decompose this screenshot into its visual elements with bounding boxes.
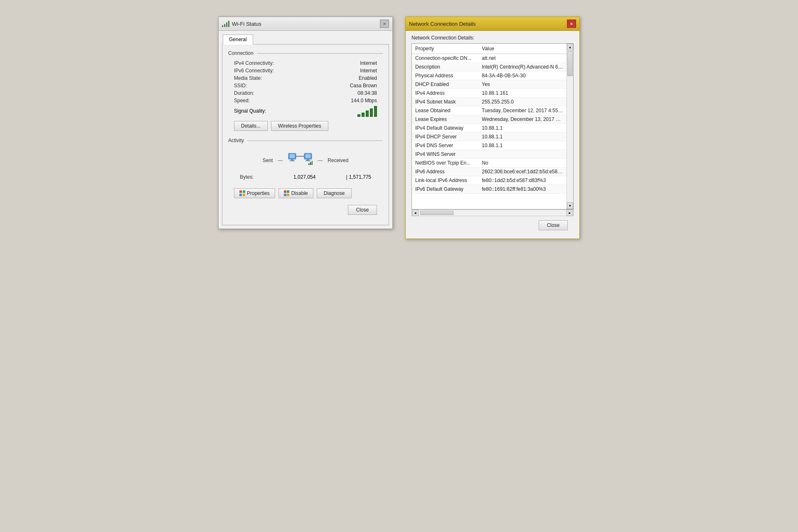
table-cell-property: Link-local IPv6 Address — [412, 176, 478, 185]
wifi-status-window: Wi-Fi Status × General Connection IPv4 C… — [218, 17, 393, 229]
ipv4-connectivity-row: IPv4 Connectivity: Internet — [228, 59, 383, 67]
wifi-close-bottom-button[interactable]: Close — [348, 205, 377, 215]
duration-label: Duration: — [234, 90, 254, 96]
connection-buttons-row: Details... Wireless Properties — [228, 118, 383, 134]
table-cell-value: Wednesday, December 13, 2017 4:55 — [478, 115, 566, 124]
details-table-wrapper: Property Value Connection-specific DN...… — [411, 43, 574, 209]
table-cell-value: Yes — [478, 80, 566, 89]
network-computers-icon — [288, 150, 313, 171]
details-titlebar: Network Connection Details × — [406, 17, 579, 31]
diagnose-button[interactable]: Diagnose — [317, 188, 352, 198]
svg-rect-9 — [308, 163, 310, 165]
svg-rect-10 — [310, 162, 311, 165]
wifi-titlebar: Wi-Fi Status × — [219, 17, 392, 31]
wireless-properties-button[interactable]: Wireless Properties — [271, 121, 328, 131]
scroll-thumb[interactable] — [567, 51, 573, 76]
svg-rect-6 — [307, 159, 309, 160]
table-cell-property: Lease Expires — [412, 115, 478, 124]
horiz-scroll-thumb[interactable] — [420, 211, 453, 215]
table-cell-value: 10.88.1.1 — [478, 133, 566, 141]
horiz-scroll-right-button[interactable]: ► — [566, 209, 573, 216]
table-cell-property: IPv6 Default Gateway — [412, 185, 478, 194]
svg-rect-5 — [305, 154, 310, 158]
ssid-row: SSID: Casa Brown — [228, 82, 383, 89]
bytes-label: Bytes: — [240, 174, 265, 180]
table-row: NetBIOS over Tcpip En...No — [412, 159, 566, 167]
vertical-scrollbar[interactable]: ▲ ▼ — [566, 44, 573, 209]
table-row: IPv4 DHCP Server10.88.1.1 — [412, 133, 566, 141]
table-cell-value: 255.255.255.0 — [478, 98, 566, 106]
table-cell-property: NetBIOS over Tcpip En... — [412, 159, 478, 167]
media-state-value: Enabled — [359, 75, 377, 81]
signal-quality-bars — [357, 105, 377, 117]
bytes-received-value: 1,571,775 — [349, 174, 371, 180]
bytes-row: Bytes: 1,027,054 | 1,571,775 — [234, 173, 377, 181]
ipv4-connectivity-value: Internet — [360, 60, 377, 66]
speed-value: 144.0 Mbps — [351, 98, 377, 103]
table-header-row: Property Value — [412, 44, 566, 54]
table-cell-property: IPv4 Default Gateway — [412, 124, 478, 133]
activity-section-line — [247, 140, 383, 141]
details-window-title: Network Connection Details — [409, 21, 475, 27]
properties-btn-label: Properties — [247, 190, 270, 196]
tab-general[interactable]: General — [223, 34, 253, 44]
table-row: IPv4 Default Gateway10.88.1.1 — [412, 124, 566, 133]
table-row: Physical Address84-3A-4B-0B-5A-30 — [412, 71, 566, 80]
table-cell-value: 10.88.1.1 — [478, 124, 566, 133]
wifi-content-area: Connection IPv4 Connectivity: Internet I… — [222, 44, 389, 225]
ipv6-connectivity-value: Internet — [360, 68, 377, 74]
properties-button[interactable]: Properties — [234, 188, 275, 198]
scroll-up-button[interactable]: ▲ — [567, 44, 573, 50]
table-cell-property: IPv4 Subnet Mask — [412, 98, 478, 106]
wifi-close-button[interactable]: × — [380, 20, 389, 28]
signal-quality-row: Signal Quality: — [228, 104, 383, 118]
table-cell-value: 10.88.1.161 — [478, 89, 566, 98]
received-dash: — — [318, 158, 323, 163]
table-row: IPv4 Subnet Mask255.255.255.0 — [412, 98, 566, 106]
scroll-down-button[interactable]: ▼ — [567, 202, 573, 209]
horizontal-scrollbar[interactable]: ◄ ► — [411, 209, 574, 216]
horiz-scroll-left-button[interactable]: ◄ — [412, 209, 419, 216]
table-cell-property: IPv4 WINS Server — [412, 150, 478, 159]
table-cell-value: Tuesday, December 12, 2017 4:55:25 — [478, 106, 566, 115]
media-state-label: Media State: — [234, 75, 262, 81]
svg-rect-11 — [312, 161, 313, 165]
activity-content: Sent — — [228, 147, 383, 184]
ipv4-connectivity-label: IPv4 Connectivity: — [234, 60, 274, 66]
titlebar-left: Wi-Fi Status — [222, 20, 261, 27]
wifi-close-row: Close — [228, 202, 383, 219]
table-row: IPv4 WINS Server — [412, 150, 566, 159]
table-row: IPv4 DNS Server10.88.1.1 — [412, 141, 566, 150]
details-close-row: Close — [411, 216, 574, 234]
speed-row: Speed: 144.0 Mbps — [228, 97, 383, 104]
table-cell-value: 2602:306:bce6:ecef:1dd2:b5d:e587:c — [478, 167, 566, 176]
table-cell-property: Physical Address — [412, 71, 478, 80]
signal-quality-label: Signal Quality: — [234, 108, 266, 114]
speed-label: Speed: — [234, 98, 250, 103]
details-close-bottom-button[interactable]: Close — [539, 220, 568, 230]
table-cell-value — [478, 150, 566, 159]
table-cell-value: 84-3A-4B-0B-5A-30 — [478, 71, 566, 80]
ssid-value: Casa Brown — [350, 83, 377, 89]
details-table: Property Value Connection-specific DN...… — [412, 44, 566, 194]
table-row: Link-local IPv6 Addressfe80::1dd2:b5d:e5… — [412, 176, 566, 185]
table-cell-property: DHCP Enabled — [412, 80, 478, 89]
duration-value: 08:34:38 — [357, 90, 377, 96]
disable-btn-label: Disable — [291, 190, 308, 196]
details-button[interactable]: Details... — [234, 121, 268, 131]
table-cell-value: 10.88.1.1 — [478, 141, 566, 150]
connection-section-line — [257, 53, 383, 54]
table-cell-property: IPv6 Address — [412, 167, 478, 176]
table-cell-value: No — [478, 159, 566, 167]
disable-button[interactable]: Disable — [278, 188, 313, 198]
table-cell-value: att.net — [478, 54, 566, 63]
table-row: DHCP EnabledYes — [412, 80, 566, 89]
sent-label: Sent — [263, 158, 273, 163]
svg-rect-2 — [291, 159, 293, 160]
col-value-header: Value — [478, 44, 566, 54]
ssid-label: SSID: — [234, 83, 247, 89]
table-cell-property: Lease Obtained — [412, 106, 478, 115]
ipv6-connectivity-row: IPv6 Connectivity: Internet — [228, 67, 383, 74]
duration-row: Duration: 08:34:38 — [228, 89, 383, 97]
details-close-button[interactable]: × — [567, 20, 576, 28]
